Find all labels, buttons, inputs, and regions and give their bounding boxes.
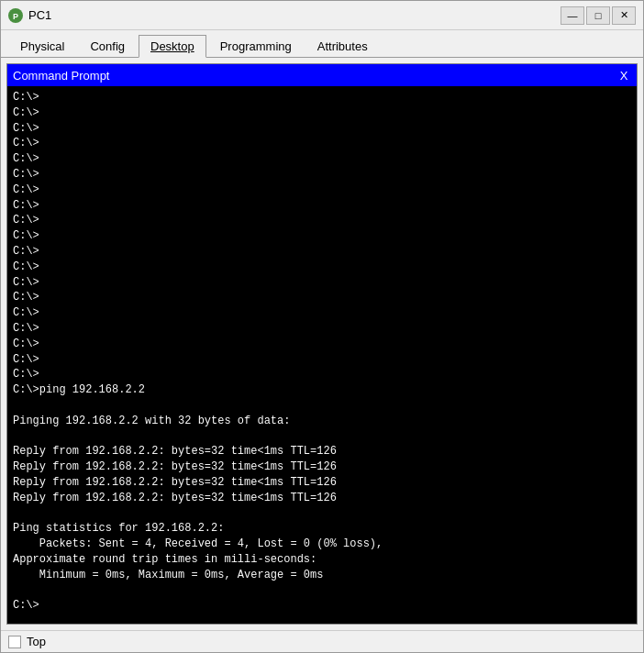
terminal-line: C:\> xyxy=(13,198,631,214)
tab-desktop[interactable]: Desktop xyxy=(139,35,206,58)
terminal-line: C:\> xyxy=(13,136,631,151)
window-title: PC1 xyxy=(28,8,561,22)
terminal-line: Minimum = 0ms, Maximum = 0ms, Average = … xyxy=(13,568,631,583)
terminal-line: Ping statistics for 192.168.2.2: xyxy=(13,521,631,537)
top-label: Top xyxy=(27,635,46,648)
tab-bar: Physical Config Desktop Programming Attr… xyxy=(1,30,643,58)
terminal-line: C:\> xyxy=(13,275,631,291)
terminal-line: Reply from 192.168.2.2: bytes=32 time<1m… xyxy=(13,491,631,506)
terminal-line: C:\> xyxy=(13,367,631,382)
main-window: P PC1 — □ ✕ Physical Config Desktop Prog… xyxy=(0,0,644,653)
terminal-line: C:\> xyxy=(13,213,631,228)
cmd-title-text: Command Prompt xyxy=(13,69,109,83)
terminal-line: Reply from 192.168.2.2: bytes=32 time<1m… xyxy=(13,444,631,459)
cmd-close-button[interactable]: X xyxy=(616,69,631,83)
terminal-line: C:\>ping 192.168.2.2 xyxy=(13,382,631,398)
minimize-button[interactable]: — xyxy=(561,6,584,25)
title-bar: P PC1 — □ ✕ xyxy=(1,1,643,30)
terminal-line: C:\> xyxy=(13,105,631,121)
window-icon: P xyxy=(8,8,23,23)
terminal-line: C:\> xyxy=(13,337,631,352)
terminal-line: C:\> xyxy=(13,352,631,368)
terminal-line: C:\> xyxy=(13,228,631,244)
terminal-line: Reply from 192.168.2.2: bytes=32 time<1m… xyxy=(13,475,631,491)
terminal-line: C:\> xyxy=(13,167,631,183)
top-checkbox[interactable] xyxy=(8,636,21,648)
tab-physical[interactable]: Physical xyxy=(8,35,76,58)
svg-text:P: P xyxy=(13,12,18,21)
terminal-line xyxy=(13,429,631,445)
terminal-line: C:\> xyxy=(13,305,631,321)
terminal-line: C:\> xyxy=(13,90,631,105)
terminal-line xyxy=(13,398,631,414)
cmd-title-bar: Command Prompt X xyxy=(7,64,637,86)
terminal-line: Approximate round trip times in milli-se… xyxy=(13,552,631,568)
terminal-line: Reply from 192.168.2.2: bytes=32 time<1m… xyxy=(13,459,631,475)
main-content: Command Prompt X C:\>C:\>C:\>C:\>C:\>C:\… xyxy=(1,58,643,630)
terminal-line: C:\> xyxy=(13,151,631,167)
terminal-output[interactable]: C:\>C:\>C:\>C:\>C:\>C:\>C:\>C:\>C:\>C:\>… xyxy=(7,86,637,624)
tab-attributes[interactable]: Attributes xyxy=(305,35,380,58)
terminal-line: C:\> xyxy=(13,290,631,305)
terminal-line xyxy=(13,583,631,599)
terminal-line: C:\> xyxy=(13,183,631,198)
tab-config[interactable]: Config xyxy=(78,35,137,58)
terminal-line xyxy=(13,506,631,522)
window-controls: — □ ✕ xyxy=(561,6,636,25)
terminal-line: C:\> xyxy=(13,321,631,337)
terminal-line: C:\> xyxy=(13,260,631,275)
terminal-line: C:\> xyxy=(13,598,631,614)
terminal-line: Pinging 192.168.2.2 with 32 bytes of dat… xyxy=(13,414,631,429)
tab-programming[interactable]: Programming xyxy=(208,35,304,58)
cmd-window: Command Prompt X C:\>C:\>C:\>C:\>C:\>C:\… xyxy=(6,63,638,625)
close-button[interactable]: ✕ xyxy=(612,6,636,25)
terminal-line: C:\> xyxy=(13,244,631,260)
terminal-line: Packets: Sent = 4, Received = 4, Lost = … xyxy=(13,537,631,552)
maximize-button[interactable]: □ xyxy=(586,6,610,25)
terminal-line: C:\> xyxy=(13,121,631,137)
bottom-bar: Top xyxy=(1,630,643,652)
